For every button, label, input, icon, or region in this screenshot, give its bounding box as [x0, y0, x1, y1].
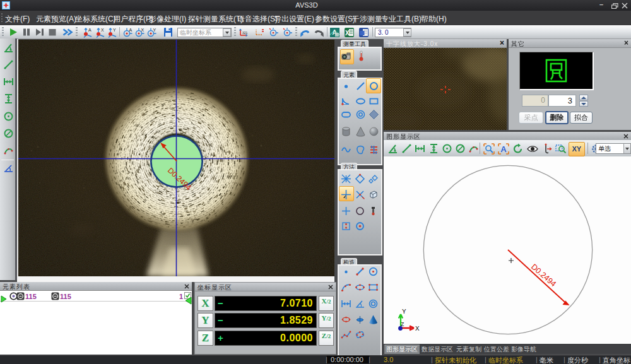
svg-text:321: 321	[242, 31, 248, 35]
svg-text:X: X	[415, 325, 420, 332]
svg-text:Z: Z	[401, 322, 404, 328]
svg-text:Y: Y	[402, 308, 406, 315]
svg-text:X: X	[141, 28, 144, 32]
svg-text:X: X	[101, 28, 104, 32]
svg-text:Y: Y	[153, 28, 156, 32]
svg-text:X: X	[345, 30, 350, 37]
svg-text:Y: Y	[113, 28, 116, 32]
svg-text:A: A	[501, 144, 507, 154]
svg-text:A: A	[129, 28, 133, 32]
svg-text:A: A	[88, 28, 91, 32]
